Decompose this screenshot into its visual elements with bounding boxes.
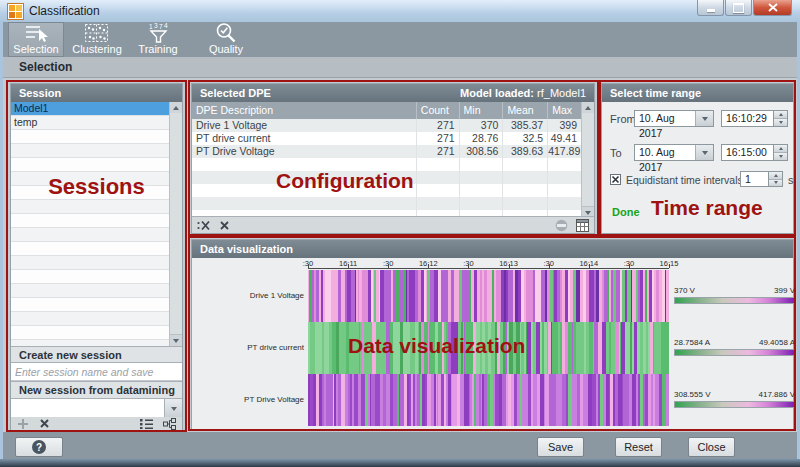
dpe-table-row[interactable] [192, 197, 581, 210]
toolbar-button-quality[interactable]: Quality [198, 22, 254, 57]
session-list-item[interactable] [11, 130, 182, 144]
legend-labels: 308.555 V 417.886 V [674, 390, 795, 399]
from-date-combobox[interactable]: 10. Aug 2017 [634, 110, 714, 127]
toolbar-button-training[interactable]: 1 3 7 4 Training [130, 22, 186, 57]
column-header[interactable]: Count [416, 102, 459, 119]
quality-icon [213, 23, 239, 43]
dpe-cell [459, 171, 503, 184]
column-header[interactable]: Max [547, 102, 581, 119]
session-list-item[interactable] [11, 284, 182, 298]
dropdown-button[interactable] [695, 111, 713, 126]
session-list-item[interactable] [11, 158, 182, 172]
dpe-cell: 389.63 [502, 145, 547, 158]
save-button[interactable]: Save [537, 437, 584, 457]
session-list-scrollbar[interactable] [169, 102, 182, 346]
scroll-up-icon[interactable] [582, 102, 594, 113]
spin-up-icon [779, 113, 783, 116]
dpe-table-row[interactable]: PT Drive Voltage271308.56389.63417.89 [192, 145, 581, 158]
session-list-item[interactable] [11, 256, 182, 270]
help-button[interactable]: ? [15, 437, 63, 457]
dpe-cell: 32.5 [502, 132, 547, 145]
legend-min: 308.555 V [674, 390, 710, 399]
dpe-cell: Drive 1 Voltage [192, 119, 416, 132]
spinner-buttons[interactable] [773, 145, 787, 160]
equidistant-checkbox[interactable] [610, 174, 621, 185]
spinner-buttons[interactable] [768, 172, 782, 186]
dpe-cell [192, 197, 416, 210]
delete-session-icon[interactable] [39, 418, 50, 429]
close-dialog-button[interactable]: Close [688, 437, 735, 457]
session-list-item[interactable] [11, 312, 182, 326]
spinner-buttons[interactable] [773, 111, 787, 126]
session-list-item[interactable] [11, 172, 182, 186]
column-header[interactable]: Min [459, 102, 503, 119]
dpe-table-row[interactable] [192, 184, 581, 197]
heatmap-row-drive1-voltage[interactable] [308, 270, 669, 322]
toolbar-label: Training [138, 43, 177, 55]
session-name-input[interactable] [11, 363, 182, 381]
color-scale [674, 401, 795, 408]
status-done: Done [612, 206, 640, 218]
stop-icon[interactable] [555, 219, 568, 232]
toolbar-button-selection[interactable]: Selection [8, 22, 64, 57]
selection-icon [23, 23, 49, 43]
hierarchy-view-icon[interactable] [163, 418, 176, 430]
row-label: PT Drive Voltage [192, 395, 304, 404]
session-list-item[interactable] [11, 298, 182, 312]
toolbar-button-clustering[interactable]: Clustering [64, 22, 130, 57]
color-scale [674, 349, 795, 356]
datamining-model-combobox[interactable] [11, 399, 182, 419]
session-list-item[interactable] [11, 228, 182, 242]
dpe-cell [502, 171, 547, 184]
column-header[interactable]: DPE Description [192, 102, 416, 119]
list-view-icon[interactable] [140, 418, 153, 429]
session-list-item[interactable] [11, 326, 182, 340]
dropdown-button[interactable] [164, 399, 182, 418]
dpe-cell [459, 197, 503, 210]
dpe-table-scrollbar[interactable] [581, 102, 594, 218]
svg-text:1: 1 [149, 23, 153, 30]
svg-text:4: 4 [164, 22, 168, 29]
to-date-combobox[interactable]: 10. Aug 2017 [634, 144, 714, 161]
interval-spinner[interactable]: 1 [740, 171, 783, 187]
dpe-table-row[interactable] [192, 171, 581, 184]
session-list-item[interactable] [11, 200, 182, 214]
legend-min: 28.7584 A [674, 338, 710, 347]
to-time-spinner[interactable]: 16:15:00 [721, 144, 788, 161]
dpe-table-row[interactable] [192, 158, 581, 171]
delete-dpe-icon[interactable] [219, 220, 230, 231]
column-header[interactable]: Mean [502, 102, 547, 119]
session-list-item[interactable] [11, 144, 182, 158]
session-list-item[interactable]: temp [11, 116, 182, 130]
scroll-up-icon[interactable] [170, 102, 182, 113]
close-button[interactable] [753, 0, 792, 16]
heatmap-row-pt-drive-current[interactable] [308, 322, 669, 374]
dpe-actions-bar [192, 216, 594, 233]
deselect-dpe-icon[interactable] [197, 220, 211, 231]
checkbox-x-icon [611, 175, 620, 184]
add-session-icon[interactable] [17, 418, 29, 430]
dpe-cell [547, 171, 581, 184]
footer-bar [3, 432, 797, 459]
session-list-item[interactable] [11, 270, 182, 284]
minimize-button[interactable] [697, 0, 724, 16]
maximize-button[interactable] [725, 0, 752, 16]
calculate-icon[interactable] [576, 219, 589, 232]
scroll-down-icon[interactable] [170, 334, 182, 346]
dropdown-button[interactable] [695, 145, 713, 160]
dpe-table-row[interactable]: Drive 1 Voltage271370385.37399 [192, 119, 581, 132]
from-time-spinner[interactable]: 16:10:29 [721, 110, 788, 127]
time-panel-header: Select time range [602, 84, 793, 102]
dpe-panel-title: Selected DPE [200, 84, 271, 102]
axis-tick-mark [589, 264, 590, 268]
heatmap-stripe [666, 270, 669, 322]
dpe-cell: 385.37 [502, 119, 547, 132]
session-list-item[interactable] [11, 214, 182, 228]
session-list-item[interactable] [11, 242, 182, 256]
heatmap-plot[interactable]: :3016:11:3016:12:3016:13:3016:14:3016:15 [308, 240, 669, 431]
reset-button[interactable]: Reset [615, 437, 662, 457]
heatmap-row-pt-drive-voltage[interactable] [308, 374, 669, 426]
session-list-item[interactable] [11, 186, 182, 200]
session-list-item[interactable]: Model1 [11, 102, 182, 116]
dpe-table-row[interactable]: PT drive current27128.7632.549.41 [192, 132, 581, 145]
